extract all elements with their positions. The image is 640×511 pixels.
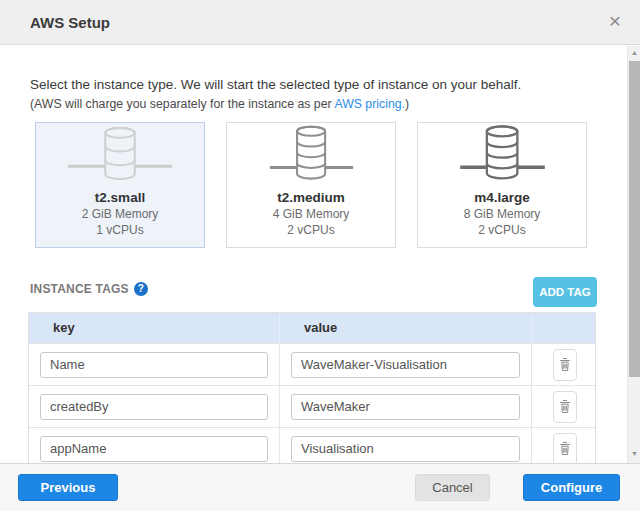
instance-vcpus: 2 vCPUs bbox=[287, 222, 334, 238]
database-icon bbox=[259, 123, 364, 184]
table-row bbox=[29, 427, 595, 463]
column-header-key: key bbox=[29, 313, 279, 343]
database-icon bbox=[65, 123, 175, 184]
instance-name: t2.small bbox=[95, 189, 145, 206]
tag-key-input[interactable] bbox=[40, 436, 268, 462]
help-icon[interactable]: ? bbox=[134, 282, 148, 296]
tag-value-input[interactable] bbox=[291, 352, 520, 378]
instance-name: t2.medium bbox=[277, 189, 345, 206]
instance-card-m4large[interactable]: m4.large 8 GiB Memory 2 vCPUs bbox=[417, 122, 587, 248]
dialog-footer: Previous Cancel Configure bbox=[0, 463, 640, 511]
instance-card-t2medium[interactable]: t2.medium 4 GiB Memory 2 vCPUs bbox=[226, 122, 396, 248]
instance-tags-label: INSTANCE TAGS ? bbox=[30, 282, 148, 296]
instance-vcpus: 1 vCPUs bbox=[96, 222, 143, 238]
instance-card-t2small[interactable]: t2.small 2 GiB Memory 1 vCPUs bbox=[35, 122, 205, 248]
pricing-note-prefix: (AWS will charge you separately for the … bbox=[30, 97, 334, 111]
instance-memory: 4 GiB Memory bbox=[273, 206, 350, 222]
database-icon bbox=[445, 123, 560, 184]
instance-tags-table: key value bbox=[28, 312, 596, 463]
vertical-scrollbar: ▲ ▼ bbox=[627, 46, 640, 463]
instance-type-list: t2.small 2 GiB Memory 1 vCPUs t2.medium … bbox=[35, 122, 587, 248]
delete-tag-button[interactable] bbox=[553, 433, 577, 464]
instance-name: m4.large bbox=[474, 189, 530, 206]
add-tag-button[interactable]: ADD TAG bbox=[533, 277, 597, 307]
column-header-actions bbox=[531, 313, 597, 343]
instance-tags-text: INSTANCE TAGS bbox=[30, 282, 129, 296]
tag-key-input[interactable] bbox=[40, 352, 268, 378]
scrollbar-thumb[interactable] bbox=[629, 61, 640, 377]
instance-memory: 8 GiB Memory bbox=[464, 206, 541, 222]
delete-tag-button[interactable] bbox=[553, 391, 577, 423]
dialog-body: Select the instance type. We will start … bbox=[0, 46, 640, 463]
instance-vcpus: 2 vCPUs bbox=[478, 222, 525, 238]
configure-button[interactable]: Configure bbox=[523, 474, 620, 501]
dialog-header: AWS Setup × bbox=[0, 0, 640, 45]
cancel-button[interactable]: Cancel bbox=[415, 474, 490, 501]
scroll-up-icon[interactable]: ▲ bbox=[628, 46, 640, 60]
tag-key-input[interactable] bbox=[40, 394, 268, 420]
table-row bbox=[29, 343, 595, 385]
pricing-note: (AWS will charge you separately for the … bbox=[30, 97, 409, 111]
scroll-down-icon[interactable]: ▼ bbox=[628, 447, 640, 461]
aws-pricing-link[interactable]: AWS pricing. bbox=[334, 97, 405, 111]
intro-text: Select the instance type. We will start … bbox=[30, 77, 521, 92]
table-header-row: key value bbox=[29, 313, 595, 343]
table-row bbox=[29, 385, 595, 427]
trash-icon bbox=[559, 357, 571, 372]
delete-tag-button[interactable] bbox=[553, 349, 577, 381]
trash-icon bbox=[559, 399, 571, 414]
trash-icon bbox=[559, 441, 571, 456]
instance-memory: 2 GiB Memory bbox=[82, 206, 159, 222]
close-icon[interactable]: × bbox=[602, 8, 628, 34]
pricing-note-suffix: ) bbox=[405, 97, 409, 111]
tag-value-input[interactable] bbox=[291, 436, 520, 462]
dialog-title: AWS Setup bbox=[30, 14, 110, 31]
tag-value-input[interactable] bbox=[291, 394, 520, 420]
previous-button[interactable]: Previous bbox=[18, 474, 118, 501]
column-header-value: value bbox=[279, 313, 531, 343]
aws-setup-dialog: AWS Setup × Select the instance type. We… bbox=[0, 0, 640, 511]
